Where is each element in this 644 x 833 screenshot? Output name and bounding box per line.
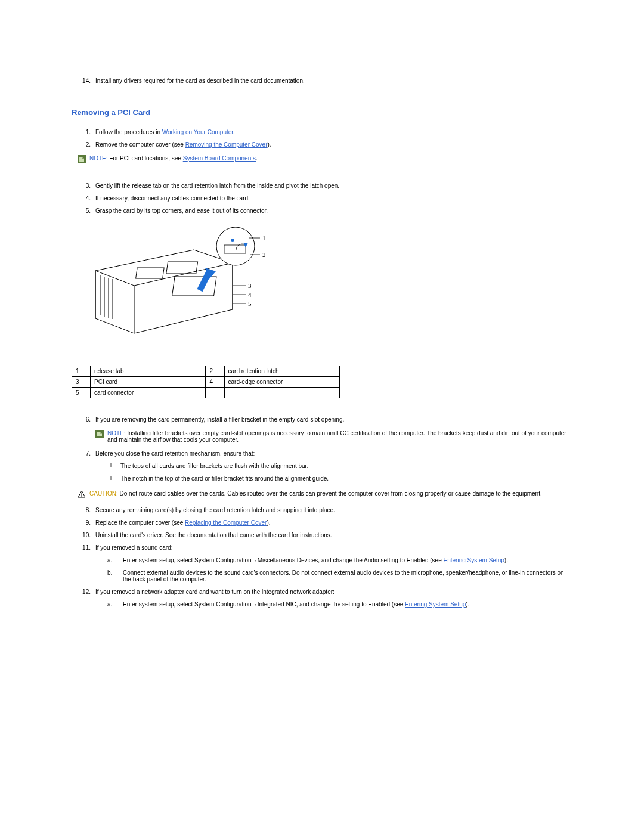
callout-1: 1 xyxy=(262,234,266,241)
sub-step-12a: a. Enter system setup, select System Con… xyxy=(107,601,572,608)
bullet-text: The tops of all cards and filler bracket… xyxy=(120,463,308,469)
step-5: 5. Grasp the card by its top corners, an… xyxy=(72,208,572,214)
sub-step-11b: b. Connect external audio devices to the… xyxy=(107,569,572,583)
text-fragment: Do not route card cables over the cards.… xyxy=(118,490,542,497)
step-text: Remove the computer cover (see Removing … xyxy=(95,141,572,148)
step-number: 11. xyxy=(72,544,95,551)
step-text: Uninstall the card's driver. See the doc… xyxy=(95,532,572,538)
cell-num: 5 xyxy=(72,388,91,398)
bullet-text: The notch in the top of the card or fill… xyxy=(120,475,329,482)
step-8: 8. Secure any remaining card(s) by closi… xyxy=(72,507,572,513)
svg-rect-5 xyxy=(136,268,165,278)
svg-point-9 xyxy=(216,227,255,265)
step-4: 4. If necessary, disconnect any cables c… xyxy=(72,195,572,202)
step-text: Before you close the card retention mech… xyxy=(95,450,572,457)
step-number: 14. xyxy=(72,78,95,84)
sub-letter: a. xyxy=(107,601,123,608)
caution-label: CAUTION: xyxy=(89,490,118,497)
pci-removal-diagram: 1 2 3 4 5 xyxy=(83,226,572,348)
section-heading: Removing a PCI Card xyxy=(72,108,572,117)
text-fragment: ). xyxy=(267,519,270,526)
note-block: NOTE: For PCI card locations, see System… xyxy=(78,155,572,163)
cell-empty xyxy=(206,388,224,398)
note-icon xyxy=(95,430,104,438)
link-replacing-cover[interactable]: Replacing the Computer Cover xyxy=(185,519,267,526)
note-label: NOTE: xyxy=(89,155,108,162)
sub-bullet: l The tops of all cards and filler brack… xyxy=(107,463,572,469)
step-text: Install any drivers required for the car… xyxy=(95,78,572,84)
step-number: 7. xyxy=(72,450,95,457)
svg-point-21 xyxy=(81,496,82,497)
step-9: 9. Replace the computer cover (see Repla… xyxy=(72,519,572,526)
step-text: If you are removing the card permanently… xyxy=(95,416,572,423)
text-fragment: ). xyxy=(267,141,271,148)
cell-label: release tab xyxy=(91,366,206,377)
note-text: NOTE: For PCI card locations, see System… xyxy=(89,155,258,162)
step-11: 11. If you removed a sound card: xyxy=(72,544,572,551)
step-number: 3. xyxy=(72,182,95,189)
step-1: 1. Follow the procedures in Working on Y… xyxy=(72,129,572,135)
step-number: 4. xyxy=(72,195,95,202)
text-fragment: For PCI card locations, see xyxy=(108,155,183,162)
step-number: 10. xyxy=(72,532,95,538)
step-number: 8. xyxy=(72,507,95,513)
svg-rect-7 xyxy=(172,277,216,296)
text-fragment: Enter system setup, select System Config… xyxy=(123,557,444,563)
step-12: 12. If you removed a network adapter car… xyxy=(72,589,572,595)
intro-step: 14. Install any drivers required for the… xyxy=(72,78,572,84)
callout-2: 2 xyxy=(262,251,266,258)
note-block: NOTE: Installing filler brackets over em… xyxy=(95,430,572,443)
link-working-on-computer[interactable]: Working on Your Computer xyxy=(162,129,233,135)
step-2: 2. Remove the computer cover (see Removi… xyxy=(72,141,572,148)
step-text: If necessary, disconnect any cables conn… xyxy=(95,195,572,202)
table-row: 5 card connector xyxy=(72,388,340,398)
cell-empty xyxy=(224,388,339,398)
sub-step-11a: a. Enter system setup, select System Con… xyxy=(107,557,572,563)
note-text: NOTE: Installing filler brackets over em… xyxy=(107,430,572,443)
caution-text: CAUTION: Do not route card cables over t… xyxy=(89,490,542,497)
note-label: NOTE: xyxy=(107,430,126,436)
callout-3: 3 xyxy=(248,282,252,289)
text-fragment: Installing filler brackets over empty ca… xyxy=(107,430,566,443)
text-fragment: Remove the computer cover (see xyxy=(95,141,185,148)
step-text: Gently lift the release tab on the card … xyxy=(95,182,572,189)
link-entering-setup[interactable]: Entering System Setup xyxy=(444,557,504,563)
text-fragment: ). xyxy=(466,601,469,608)
bullet-marker: l xyxy=(107,463,120,469)
step-number: 1. xyxy=(72,129,95,135)
step-number: 12. xyxy=(72,589,95,595)
svg-point-12 xyxy=(231,239,234,242)
callout-4: 4 xyxy=(248,291,252,298)
step-text: If you removed a sound card: xyxy=(95,544,572,551)
step-number: 5. xyxy=(72,208,95,214)
cell-label: card connector xyxy=(91,388,206,398)
bullet-marker: l xyxy=(107,475,120,482)
text-fragment: ). xyxy=(504,557,508,563)
page-content: 14. Install any drivers required for the… xyxy=(0,0,644,661)
note-icon xyxy=(78,155,86,163)
step-number: 2. xyxy=(72,141,95,148)
text-fragment: Enter system setup, select System Config… xyxy=(123,601,405,608)
step-text: Follow the procedures in Working on Your… xyxy=(95,129,572,135)
step-10: 10. Uninstall the card's driver. See the… xyxy=(72,532,572,538)
cell-num: 2 xyxy=(206,366,224,377)
step-3: 3. Gently lift the release tab on the ca… xyxy=(72,182,572,189)
link-system-board[interactable]: System Board Components xyxy=(183,155,256,162)
sub-text: Enter system setup, select System Config… xyxy=(123,557,508,563)
cell-num: 3 xyxy=(72,377,91,388)
step-number: 9. xyxy=(72,519,95,526)
link-entering-setup[interactable]: Entering System Setup xyxy=(405,601,466,608)
table-row: 1 release tab 2 card retention latch xyxy=(72,366,340,377)
sub-bullet: l The notch in the top of the card or fi… xyxy=(107,475,572,482)
step-6: 6. If you are removing the card permanen… xyxy=(72,416,572,423)
text-fragment: . xyxy=(256,155,258,162)
sub-text: Connect external audio devices to the so… xyxy=(123,569,572,583)
caution-block: CAUTION: Do not route card cables over t… xyxy=(78,490,572,498)
table-row: 3 PCI card 4 card-edge connector xyxy=(72,377,340,388)
step-text: If you removed a network adapter card an… xyxy=(95,589,572,595)
step-number: 6. xyxy=(72,416,95,423)
cell-label: PCI card xyxy=(91,377,206,388)
link-removing-cover[interactable]: Removing the Computer Cover xyxy=(185,141,268,148)
step-7: 7. Before you close the card retention m… xyxy=(72,450,572,457)
cell-num: 1 xyxy=(72,366,91,377)
